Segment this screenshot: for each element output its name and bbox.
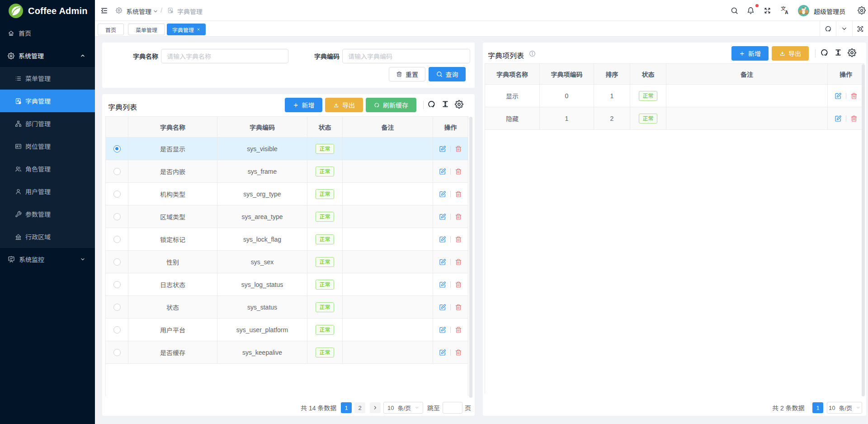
svg-text:A: A [785, 10, 788, 15]
